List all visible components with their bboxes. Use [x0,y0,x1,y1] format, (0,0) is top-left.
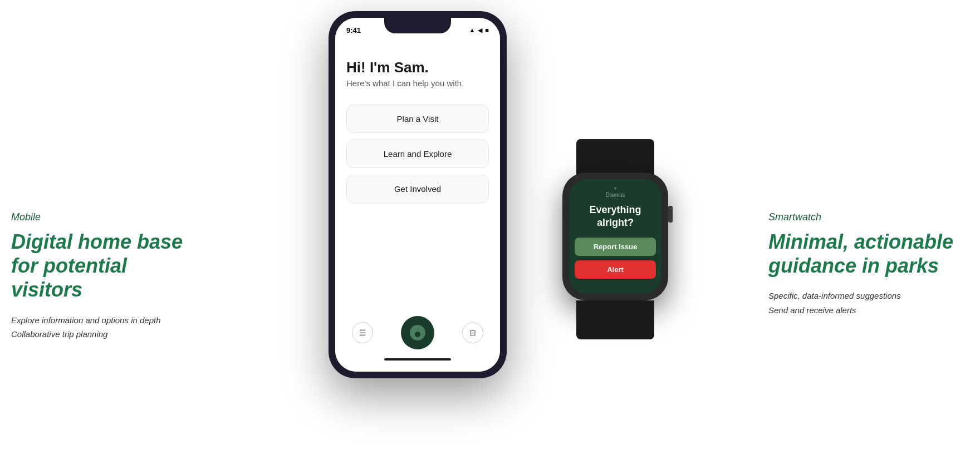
devices-container: 9:41 ▲ ◀ ■ Hi! I'm Sam. Here's what I ca… [295,6,685,467]
phone-nav-bar: ☰ ⊟ [346,316,489,349]
mobile-device-label: Mobile [11,211,189,223]
screen-spacer [346,210,489,310]
dismiss-arrow-icon: ∨ [614,186,617,191]
sam-greeting-block: Hi! I'm Sam. Here's what I can help you … [346,59,489,88]
home-indicator [384,358,451,361]
phone-screen-area: 9:41 ▲ ◀ ■ Hi! I'm Sam. Here's what I ca… [335,18,500,372]
phone-bottom-nav: ☰ ⊟ [335,310,500,372]
mobile-subtext: Explore information and options in depth… [11,313,189,342]
phone-main-screen: Hi! I'm Sam. Here's what I can help you … [335,42,500,310]
phone-status-time: 9:41 [346,26,361,34]
smartwatch-heading: Minimal, actionable guidance in parks [768,230,969,278]
home-button-inner [410,325,425,340]
watch-crown [668,206,673,223]
right-text-panel: Smartwatch Minimal, actionable guidance … [768,211,980,317]
smartwatch-subtext: Specific, data-informed suggestions Send… [768,289,969,317]
smartwatch-device-label: Smartwatch [768,211,969,223]
watch-band-bottom [576,300,654,339]
watch-dismiss-area: ∨ Dismiss [606,186,625,198]
watch-question-text: Everything alright? [575,204,656,230]
watch-screen: ∨ Dismiss Everything alright? Report Iss… [569,179,661,294]
phone-status-icons: ▲ ◀ ■ [469,27,489,34]
watch-report-button[interactable]: Report Issue [575,238,656,256]
signal-icon: ▲ [469,27,475,33]
wifi-icon: ◀ [478,27,482,34]
battery-icon: ■ [485,27,489,33]
home-button[interactable] [401,316,434,349]
watch-mockup: ∨ Dismiss Everything alright? Report Iss… [562,172,674,306]
watch-body: ∨ Dismiss Everything alright? Report Iss… [562,172,668,300]
menu-nav-icon[interactable]: ☰ [352,322,373,343]
phone-mockup: 9:41 ▲ ◀ ■ Hi! I'm Sam. Here's what I ca… [329,11,507,378]
get-involved-button[interactable]: Get Involved [346,175,489,203]
sam-hi-text: Hi! I'm Sam. [346,59,489,76]
watch-alert-button[interactable]: Alert [575,260,656,279]
sam-sub-text: Here's what I can help you with. [346,78,489,88]
phone-status-bar: 9:41 ▲ ◀ ■ [335,18,500,42]
learn-and-explore-button[interactable]: Learn and Explore [346,140,489,168]
left-text-panel: Mobile Digital home base for potential v… [0,211,189,342]
plan-a-visit-button[interactable]: Plan a Visit [346,105,489,133]
watch-dismiss-label[interactable]: Dismiss [606,192,625,198]
card-nav-icon[interactable]: ⊟ [462,322,483,343]
mobile-heading: Digital home base for potential visitors [11,230,189,302]
